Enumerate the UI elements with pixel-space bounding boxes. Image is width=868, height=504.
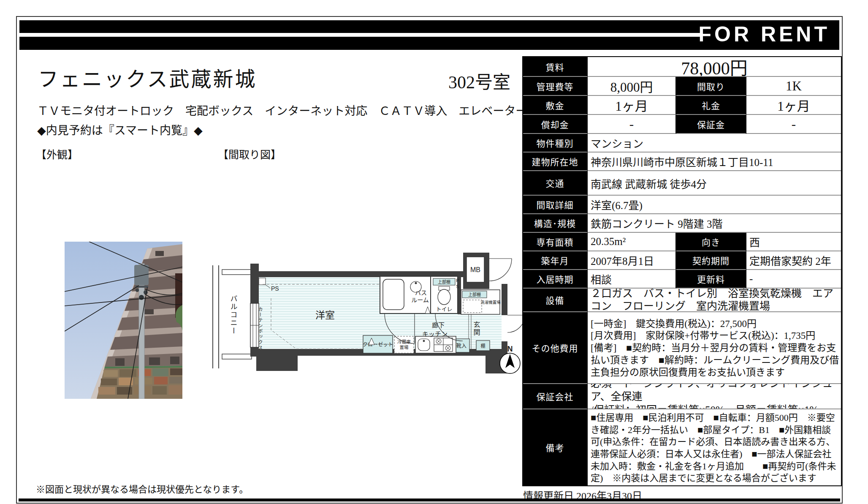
layout-detail-value: 洋室(6.7畳)	[588, 196, 841, 214]
contract-period-value: 定期借家契約 2年	[746, 251, 841, 270]
other-costs-label: その他費用	[523, 312, 588, 384]
area-label: 専有面積	[523, 233, 588, 251]
address-value: 神奈川県川崎市中原区新城１丁目10-11	[588, 153, 841, 171]
exterior-photo	[65, 242, 182, 399]
equipment-value: ２口ガス バス・トイレ別 浴室換気乾燥機 エアコン フローリング 室内洗濯機置場	[588, 289, 841, 312]
guarantor-value: 必須 トーシンライフ、オリコフォレントインシュア、全保連 /保証料：初回＝賃料等…	[588, 384, 841, 409]
other-costs-value: [一時金] 鍵交換費用(税込)：27,500円 [月次費用] 家財保険+付帯サー…	[588, 312, 841, 384]
remarks-value: ■住居専用 ■民泊利用不可 ■自転車：月額500円 ※要空き確認・2年分一括払い…	[588, 409, 841, 485]
kitchen-counter	[415, 336, 456, 353]
mgmt-fee-label: 管理費等	[523, 77, 588, 96]
rent-label: 賃料	[523, 57, 588, 77]
toilet-icon	[438, 289, 450, 305]
floorplan-label-kitchen: キッチン	[422, 330, 448, 338]
floorplan-label-fridge-2: 置場	[400, 345, 409, 350]
structure-label: 構造･規模	[523, 214, 588, 233]
floorplan-section-label: 【間取り図】	[218, 146, 281, 161]
floorplan-label-bath-2: ルーム	[411, 297, 429, 303]
bathtub-icon	[383, 279, 404, 310]
floorplan-label-shelf: 棚	[481, 343, 486, 349]
floorplan-label-curtain-box: カーテンボックス	[258, 307, 263, 351]
floorplan-label-ps-shaft: PS	[455, 278, 460, 290]
layout-value: 1K	[746, 77, 841, 96]
features-line-2: ◆内見予約は『スマート内覧』◆	[37, 121, 527, 140]
floorplan-label-entrance: 玄関	[473, 321, 480, 336]
property-type-value: マンション	[588, 134, 841, 153]
layout-label: 間取り	[676, 77, 746, 96]
access-label: 交通	[523, 171, 588, 196]
mgmt-fee-value: 8,000円	[588, 77, 676, 96]
amortization-value: -	[588, 115, 676, 134]
access-value: 南武線 武蔵新城 徒歩4分	[588, 171, 841, 196]
compass	[500, 353, 520, 373]
equipment-label: 設備	[523, 289, 588, 312]
rent-value: 78,000円	[588, 57, 841, 77]
exterior-section-label: 【外観】	[36, 146, 78, 161]
structure-value: 鉄筋コンクリート 9階建 3階	[588, 214, 841, 233]
floorplan-figure: バルコニー カーテンボックス	[207, 243, 526, 385]
facing-label: 向き	[676, 233, 746, 251]
guarantee-money-label: 保証金	[676, 115, 746, 134]
floorplan-label-upper-shelf-2: 上部棚	[468, 292, 481, 297]
built-date-label: 築年月	[523, 251, 588, 270]
address-label: 建物所在地	[523, 153, 588, 171]
facing-value: 西	[746, 233, 841, 251]
floorplan-label-room: 洋室	[315, 310, 335, 321]
layout-detail-label: 間取詳細	[523, 196, 588, 214]
remarks-label: 備考	[523, 409, 588, 485]
guarantor-label: 保証会社	[523, 384, 588, 409]
guarantee-money-value: -	[746, 115, 841, 134]
property-type-label: 物件種別	[523, 134, 588, 153]
room-number: 302号室	[448, 68, 510, 93]
key-money-value: 1ヶ月	[746, 96, 841, 115]
move-in-value: 相談	[588, 270, 676, 289]
floorplan-label-ps: PS	[271, 285, 279, 292]
compass-north-label: N	[507, 345, 513, 353]
floorplan-label-upper-shelf-1: 上部棚	[438, 279, 450, 284]
banner-divider-line	[19, 33, 703, 37]
built-date-value: 2007年8月1日	[588, 251, 676, 270]
renewal-fee-label: 更新料	[676, 270, 746, 289]
area-value: 20.35m²	[588, 233, 676, 251]
key-money-label: 礼金	[676, 96, 746, 115]
floorplan-label-mb: MB	[470, 266, 480, 273]
property-name: フェニックス武蔵新城	[38, 63, 257, 92]
floorplan-label-washer: 洗濯機置場	[480, 300, 501, 305]
property-features: ＴＶモニタ付オートロック 宅配ボックス インターネット対応 ＣＡＴＶ導入 エレベ…	[37, 101, 527, 140]
deposit-value: 1ヶ月	[588, 96, 676, 115]
floorplan-label-hallway: 廊下	[432, 321, 445, 329]
floorplan-label-bath-1: バス	[415, 289, 427, 296]
features-line-1: ＴＶモニタ付オートロック 宅配ボックス インターネット対応 ＣＡＴＶ導入 エレベ…	[37, 101, 527, 121]
deposit-label: 敷金	[523, 96, 588, 115]
floorplan-label-closet: クローゼット	[363, 342, 393, 348]
top-banner: FOR RENT	[19, 20, 839, 50]
move-in-label: 入居時期	[523, 270, 588, 289]
contract-period-label: 契約期間	[676, 251, 746, 270]
amortization-label: 償却金	[523, 115, 588, 134]
floorplan-label-shoe-box: 靴入	[456, 343, 467, 349]
floorplan-label-toilet: トイレ	[436, 306, 452, 312]
disclaimer-note: ※図面と現状が異なる場合は現状優先となります。	[36, 482, 248, 495]
renewal-fee-value: -	[746, 270, 841, 289]
bottom-rule	[19, 499, 840, 501]
for-rent-title: FOR RENT	[698, 22, 830, 46]
flyer-page: FOR RENT フェニックス武蔵新城 302号室 ＴＶモニタ付オートロック 宅…	[16, 16, 843, 504]
property-details-table: 賃料 78,000円 管理費等 8,000円 間取り 1K 敷金 1ヶ月 礼金 …	[522, 56, 842, 486]
floorplan-label-balcony: バルコニー	[229, 295, 237, 335]
